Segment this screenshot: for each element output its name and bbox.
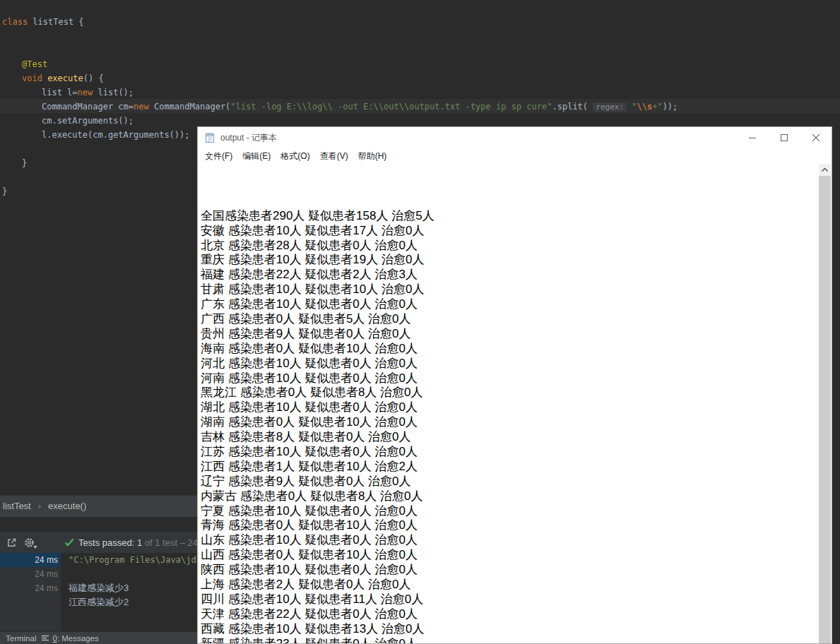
notepad-line: 陕西 感染患者10人 疑似患者0人 治愈0人 — [201, 563, 818, 578]
console-line: 江西感染减少2 — [69, 595, 129, 609]
menu-item[interactable]: 帮助(H) — [353, 148, 392, 164]
notepad-line: 山西 感染患者0人 疑似患者10人 治愈0人 — [201, 548, 818, 563]
code-line: @Test — [22, 57, 47, 71]
test-duration: 24 ms — [35, 569, 61, 579]
menu-item[interactable]: 编辑(E) — [237, 148, 276, 164]
code-token: CommandManager( — [149, 102, 231, 112]
tests-passed-label: Tests passed: 1 — [78, 537, 142, 548]
notepad-line: 新疆 感染患者23人 疑似患者0人 治愈0人 — [201, 637, 818, 643]
export-icon[interactable] — [6, 537, 17, 548]
notepad-line: 四川 感染患者10人 疑似患者11人 治愈0人 — [201, 592, 818, 607]
notepad-line: 山东 感染患者10人 疑似患者0人 治愈0人 — [201, 533, 818, 548]
code-token: () { — [83, 73, 104, 83]
notepad-line: 江西 感染患者1人 疑似患者10人 治愈2人 — [201, 460, 818, 475]
code-token: +" — [652, 102, 662, 112]
code-token: " — [632, 102, 637, 112]
code-token: new — [134, 102, 149, 112]
notepad-line: 天津 感染患者22人 疑似患者0人 治愈0人 — [201, 607, 818, 622]
menu-item[interactable]: 查看(V) — [315, 148, 353, 164]
close-button[interactable] — [800, 127, 832, 148]
scroll-up-button[interactable] — [819, 164, 831, 176]
ide-status-bar: Terminal 0: Messages — [0, 631, 198, 644]
console-line: 福建感染减少3 — [69, 581, 129, 595]
notepad-content: 全国感染患者290人 疑似患者158人 治愈5人安徽 感染患者10人 疑似患者1… — [199, 164, 831, 643]
notepad-line: 黑龙江 感染患者0人 疑似患者8人 治愈0人 — [201, 386, 818, 400]
notepad-window: output - 记事本 文件(F)编辑(E)格式(O)查看(V)帮助(H) 全… — [197, 126, 832, 644]
notepad-titlebar[interactable]: output - 记事本 — [198, 127, 832, 148]
check-icon — [64, 538, 74, 547]
inline-parameter-hint: regex: — [593, 102, 627, 112]
notepad-line: 广东 感染患者10人 疑似患者0人 治愈0人 — [201, 297, 818, 312]
code-token: void — [22, 73, 47, 83]
notepad-line: 广西 感染患者0人 疑似患者5人 治愈0人 — [201, 312, 818, 327]
chevron-down-icon — [33, 546, 37, 549]
notepad-line: 上海 感染患者2人 疑似患者0人 治愈0人 — [201, 578, 818, 592]
test-row[interactable]: 24 ms — [0, 553, 61, 567]
code-token: class — [2, 17, 28, 27]
code-line: } — [22, 156, 27, 170]
breadcrumb: listTest›execute() — [0, 495, 198, 517]
vertical-scrollbar — [819, 164, 831, 643]
code-line: } — [2, 184, 7, 198]
code-token: execute — [47, 73, 83, 83]
notepad-line: 吉林 感染患者8人 疑似患者0人 治愈0人 — [201, 430, 818, 445]
code-line: list l=new list(); — [42, 85, 134, 100]
notepad-line: 青海 感染患者0人 疑似患者10人 治愈0人 — [201, 518, 818, 533]
messages-tab[interactable]: 0: Messages — [42, 634, 98, 643]
scrollbar-thumb[interactable] — [819, 176, 831, 643]
test-tree: 24 ms24 ms24 ms — [0, 553, 61, 632]
test-toolbar: Tests passed: 1 of 1 test – 24 — [0, 532, 198, 553]
code-line: l.execute(cm.getArguments()); — [42, 128, 190, 142]
breadcrumb-class[interactable]: listTest — [0, 501, 34, 511]
test-row[interactable]: 24 ms — [0, 567, 61, 581]
code-token: } — [2, 186, 7, 196]
notepad-line: 西藏 感染患者10人 疑似患者13人 治愈0人 — [201, 622, 818, 637]
breadcrumb-method[interactable]: execute() — [45, 501, 89, 511]
notepad-line: 辽宁 感染患者9人 疑似患者0人 治愈0人 — [201, 475, 818, 489]
messages-tab-label: : Messages — [57, 634, 99, 643]
notepad-line: 甘肃 感染患者10人 疑似患者10人 治愈0人 — [201, 282, 818, 297]
notepad-line: 河北 感染患者10人 疑似患者0人 治愈0人 — [201, 357, 818, 371]
code-token: new — [78, 88, 93, 97]
menu-item[interactable]: 格式(O) — [276, 148, 314, 164]
notepad-line: 内蒙古 感染患者0人 疑似患者8人 治愈0人 — [201, 489, 818, 504]
chevron-right-icon: › — [34, 501, 45, 511]
console-line: "C:\Program Files\Java\jdk — [69, 553, 198, 567]
code-line: void execute() { — [22, 71, 104, 85]
gear-icon[interactable] — [23, 537, 34, 548]
code-token: listTest { — [28, 17, 83, 27]
notepad-line: 海南 感染患者0人 疑似患者10人 治愈0人 — [201, 342, 818, 357]
notepad-line: 重庆 感染患者10人 疑似患者19人 治愈0人 — [201, 253, 818, 268]
terminal-tab[interactable]: Terminal — [6, 634, 36, 643]
code-line: CommandManager cm=new CommandManager("li… — [42, 100, 678, 114]
notepad-line: 北京 感染患者28人 疑似患者0人 治愈0人 — [201, 239, 818, 254]
code-line: class listTest { — [2, 15, 84, 29]
code-token: list(); — [93, 88, 134, 97]
test-console[interactable]: "C:\Program Files\Java\jdk福建感染减少3江西感染减少2 — [61, 553, 198, 632]
minimize-button[interactable] — [736, 127, 768, 148]
menu-item[interactable]: 文件(F) — [200, 148, 237, 164]
code-token: .split( — [552, 102, 593, 112]
run-panel: listTest›execute() Tests passed: 1 of 1 — [0, 495, 198, 644]
notepad-line: 湖南 感染患者0人 疑似患者10人 治愈0人 — [201, 415, 818, 430]
notepad-icon — [204, 132, 215, 143]
test-row[interactable]: 24 ms — [0, 581, 61, 595]
code-token: l.execute(cm.getArguments()); — [42, 130, 190, 140]
window-controls — [736, 127, 832, 148]
code-token: @Test — [22, 59, 47, 69]
code-line: cm.setArguments(); — [42, 114, 134, 128]
notepad-text-area[interactable]: 全国感染患者290人 疑似患者158人 治愈5人安徽 感染患者10人 疑似患者1… — [201, 165, 818, 643]
tests-passed-detail: of 1 test – 24 — [142, 537, 198, 548]
code-token: } — [22, 158, 27, 168]
test-duration: 24 ms — [35, 555, 61, 565]
test-status: Tests passed: 1 of 1 test – 24 — [64, 537, 198, 548]
notepad-line: 湖北 感染患者10人 疑似患者0人 治愈0人 — [201, 400, 818, 415]
notepad-line: 全国感染患者290人 疑似患者158人 治愈5人 — [201, 209, 818, 224]
test-duration: 24 ms — [35, 583, 61, 593]
code-token: list l= — [42, 88, 78, 97]
screen: class listTest {@Testvoid execute() {lis… — [0, 0, 840, 644]
maximize-button[interactable] — [768, 127, 800, 148]
notepad-menubar: 文件(F)编辑(E)格式(O)查看(V)帮助(H) — [198, 148, 832, 165]
notepad-line: 江苏 感染患者10人 疑似患者0人 治愈0人 — [201, 445, 818, 460]
hamburger-icon — [42, 635, 49, 641]
